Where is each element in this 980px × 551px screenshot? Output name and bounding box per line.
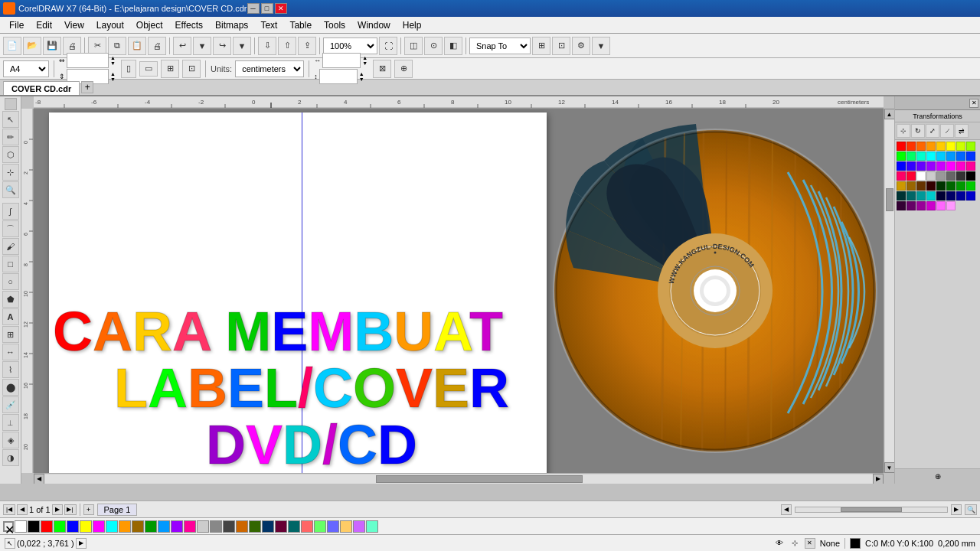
undo-button[interactable]: ↩ xyxy=(173,37,191,55)
width-down[interactable]: ▼ xyxy=(110,60,118,66)
smart-fill[interactable]: ⬡ xyxy=(2,146,19,163)
color-swatch[interactable] xyxy=(916,191,926,201)
color-swatch[interactable] xyxy=(897,181,906,191)
color-swatch[interactable] xyxy=(916,152,926,161)
page-width-input[interactable]: 29,7 cm xyxy=(67,53,109,68)
minimize-button[interactable]: ─ xyxy=(247,3,260,14)
color-swatch[interactable] xyxy=(906,171,916,181)
palette-color-swatch[interactable] xyxy=(301,520,313,533)
canvas[interactable]: CARA MEMBUAT LABEL/COVER DVD/CD xyxy=(34,109,884,473)
view1-button[interactable]: ◫ xyxy=(404,37,423,55)
snap1-button[interactable]: ⊞ xyxy=(532,37,550,55)
redo-dropdown[interactable]: ▼ xyxy=(233,37,251,55)
palette-color-swatch[interactable] xyxy=(249,520,261,533)
dimension-tool[interactable]: ↔ xyxy=(2,344,19,360)
palette-color-swatch[interactable] xyxy=(275,520,287,533)
scroll-right-button[interactable]: ▶ xyxy=(873,474,884,484)
page-options1[interactable]: ⊞ xyxy=(161,60,179,78)
color-swatch[interactable] xyxy=(916,171,926,181)
close-button[interactable]: ✕ xyxy=(275,3,287,14)
menu-bitmaps[interactable]: Bitmaps xyxy=(209,18,254,32)
color-swatch[interactable] xyxy=(956,181,965,191)
smart-draw[interactable]: ⌒ xyxy=(2,220,19,237)
page-options2[interactable]: ⊡ xyxy=(182,60,201,78)
color-swatch[interactable] xyxy=(926,201,936,210)
zoom-out-button[interactable]: 🔍 xyxy=(965,504,977,515)
scrollbar-horizontal[interactable]: ◀ ▶ xyxy=(34,473,884,484)
scroll-up-button[interactable]: ▲ xyxy=(884,109,895,119)
view3-button[interactable]: ◧ xyxy=(444,37,462,55)
color-swatch[interactable] xyxy=(906,181,916,191)
color-swatch[interactable] xyxy=(916,161,926,171)
options-dropdown[interactable]: ▼ xyxy=(592,37,610,55)
color-swatch[interactable] xyxy=(966,171,975,181)
units-select[interactable]: centimeters millimeters inches pixels xyxy=(235,60,304,77)
transform-skew-icon[interactable]: ⟋ xyxy=(940,124,954,138)
interactive-tool[interactable]: ⟂ xyxy=(2,414,19,431)
print-button[interactable]: 🖨 xyxy=(63,37,81,55)
maximize-button[interactable]: □ xyxy=(261,3,273,14)
color-swatch[interactable] xyxy=(906,142,916,151)
color-swatch[interactable] xyxy=(956,142,965,151)
export-button[interactable]: ⇧ xyxy=(278,37,296,55)
palette-color-swatch[interactable] xyxy=(210,520,222,533)
color-swatch[interactable] xyxy=(926,191,936,201)
transform-scale-icon[interactable]: ⤢ xyxy=(926,124,939,138)
color-swatch[interactable] xyxy=(916,181,926,191)
menu-text[interactable]: Text xyxy=(254,18,283,32)
open-button[interactable]: 📂 xyxy=(23,37,41,55)
publish-button[interactable]: ⇪ xyxy=(298,37,316,55)
transform-rot-icon[interactable]: ↻ xyxy=(911,124,925,138)
color-swatch[interactable] xyxy=(966,191,975,201)
palette-color-swatch[interactable] xyxy=(54,520,66,533)
color-swatch[interactable] xyxy=(946,161,956,171)
no-color-swatch[interactable]: ✕ xyxy=(3,521,14,532)
page-size-select[interactable]: A4 xyxy=(3,60,49,77)
table-tool[interactable]: ⊞ xyxy=(2,326,19,343)
palette-color-swatch[interactable] xyxy=(197,520,209,533)
color-swatch[interactable] xyxy=(936,191,946,201)
connector-tool[interactable]: ⌇ xyxy=(2,361,19,378)
new-button[interactable]: 📄 xyxy=(3,37,21,55)
fill-tool[interactable]: ⬤ xyxy=(2,379,19,396)
nudge-up[interactable]: ▲ xyxy=(362,55,370,60)
crop-tool[interactable]: ⊹ xyxy=(2,164,19,181)
palette-color-swatch[interactable] xyxy=(106,520,118,533)
menu-file[interactable]: File xyxy=(3,18,30,32)
scroll-thumb-bottom[interactable] xyxy=(841,507,901,512)
palette-color-swatch[interactable] xyxy=(132,520,144,533)
portrait-button[interactable]: ▯ xyxy=(121,60,136,78)
color-swatch[interactable] xyxy=(946,171,956,181)
palette-color-swatch[interactable] xyxy=(119,520,131,533)
scroll-left2-button[interactable]: ◀ xyxy=(781,504,792,515)
transparency-tool[interactable]: ◈ xyxy=(2,432,19,448)
color-swatch[interactable] xyxy=(897,161,906,171)
width-up[interactable]: ▲ xyxy=(110,55,118,60)
color-swatch[interactable] xyxy=(936,201,946,210)
snap-to-select[interactable]: Snap To xyxy=(469,37,531,54)
height-down[interactable]: ▼ xyxy=(110,77,118,82)
color-swatch[interactable] xyxy=(906,152,916,161)
select-tool[interactable]: ↖ xyxy=(2,111,19,128)
color-swatch[interactable] xyxy=(936,161,946,171)
panel-close-icon[interactable]: ✕ xyxy=(969,99,978,108)
color-swatch[interactable] xyxy=(906,201,916,210)
palette-color-swatch[interactable] xyxy=(15,520,27,533)
scroll-right2-button[interactable]: ▶ xyxy=(951,504,962,515)
document-tab[interactable]: COVER CD.cdr xyxy=(3,81,80,95)
cut-button[interactable]: ✂ xyxy=(88,37,106,55)
zoom-tool[interactable]: 🔍 xyxy=(2,181,19,198)
palette-color-swatch[interactable] xyxy=(184,520,196,533)
color-swatch[interactable] xyxy=(906,161,916,171)
palette-color-swatch[interactable] xyxy=(327,520,339,533)
palette-color-swatch[interactable] xyxy=(80,520,92,533)
color-swatch[interactable] xyxy=(946,181,956,191)
color-swatch[interactable] xyxy=(936,171,946,181)
color-swatch[interactable] xyxy=(926,161,936,171)
color-swatch[interactable] xyxy=(926,152,936,161)
view2-button[interactable]: ⊙ xyxy=(424,37,443,55)
add-tab-button[interactable]: + xyxy=(81,81,93,93)
menu-effects[interactable]: Effects xyxy=(169,18,209,32)
save-button[interactable]: 💾 xyxy=(43,37,61,55)
scroll-thumb-h[interactable] xyxy=(376,475,583,483)
